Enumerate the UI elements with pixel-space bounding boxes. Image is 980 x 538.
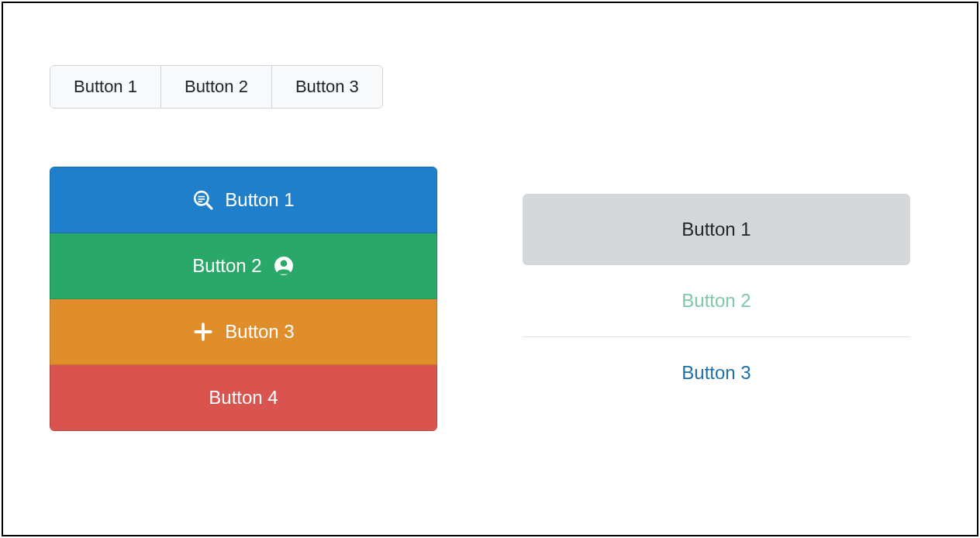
list-button-group: Button 1 Button 2 Button 3 xyxy=(523,194,910,431)
v-button-1-label: Button 1 xyxy=(225,189,294,211)
svg-line-4 xyxy=(207,203,212,209)
v-button-3[interactable]: Button 3 xyxy=(50,299,437,365)
list-button-2[interactable]: Button 2 xyxy=(523,265,910,337)
v-button-1[interactable]: Button 1 xyxy=(50,167,437,233)
columns-wrapper: Button 1 Button 2 Button 3 Button 4 Butt… xyxy=(50,167,930,431)
h-button-1[interactable]: Button 1 xyxy=(50,66,161,108)
horizontal-button-group: Button 1 Button 2 Button 3 xyxy=(50,65,383,109)
user-circle-icon xyxy=(273,255,295,277)
demo-frame: Button 1 Button 2 Button 3 Button 1 Butt… xyxy=(2,2,978,536)
svg-point-6 xyxy=(280,260,287,267)
h-button-2[interactable]: Button 2 xyxy=(161,66,272,108)
list-button-1[interactable]: Button 1 xyxy=(523,194,910,265)
v-button-4[interactable]: Button 4 xyxy=(50,365,437,431)
search-list-icon xyxy=(192,189,214,211)
vertical-button-group: Button 1 Button 2 Button 3 Button 4 xyxy=(50,167,437,431)
v-button-2-label: Button 2 xyxy=(192,255,261,277)
h-button-3[interactable]: Button 3 xyxy=(272,66,382,108)
list-button-3[interactable]: Button 3 xyxy=(523,337,910,409)
v-button-2[interactable]: Button 2 xyxy=(50,233,437,299)
plus-icon xyxy=(192,321,214,343)
v-button-3-label: Button 3 xyxy=(225,321,294,343)
v-button-4-label: Button 4 xyxy=(209,387,278,409)
